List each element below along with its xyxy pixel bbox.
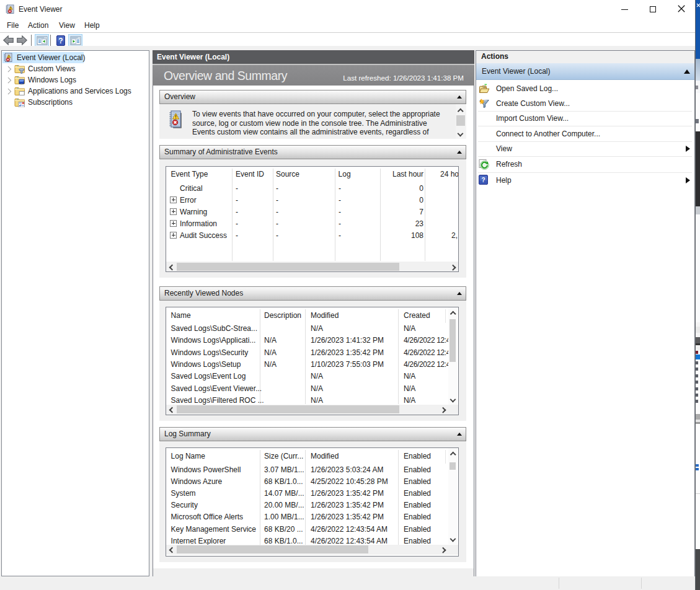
svg-text:?: ? (58, 36, 63, 45)
svg-text:?: ? (481, 177, 485, 183)
